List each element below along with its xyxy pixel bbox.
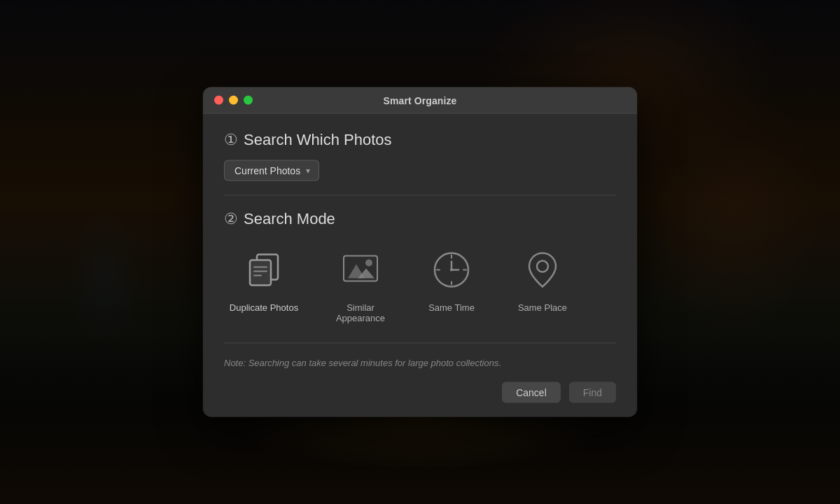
mode-same-time[interactable]: Same Time xyxy=(406,239,497,329)
mode-same-place-label: Same Place xyxy=(518,302,567,313)
mode-similar[interactable]: Similar Appearance xyxy=(315,239,406,329)
svg-point-17 xyxy=(537,261,548,272)
section1-title: ① Search Which Photos xyxy=(224,131,616,149)
clock-icon xyxy=(426,245,477,295)
traffic-lights xyxy=(214,96,253,105)
cancel-button[interactable]: Cancel xyxy=(502,382,561,403)
chevron-down-icon: ▾ xyxy=(306,166,310,176)
dialog-title: Smart Organize xyxy=(384,94,457,106)
section2-title: ② Search Mode xyxy=(224,210,616,228)
mode-same-place[interactable]: Same Place xyxy=(497,239,588,329)
divider-2 xyxy=(224,343,616,344)
title-bar: Smart Organize xyxy=(203,88,637,114)
mode-same-time-label: Same Time xyxy=(428,302,475,313)
svg-point-16 xyxy=(450,269,453,272)
section1-number: ① xyxy=(224,131,238,149)
photos-dropdown[interactable]: Current Photos ▾ xyxy=(224,160,319,181)
mode-duplicate[interactable]: Duplicate Photos xyxy=(224,239,315,329)
duplicate-photos-icon xyxy=(239,245,289,295)
mode-grid: Duplicate Photos Similar Appearance xyxy=(224,239,616,329)
mode-duplicate-label: Duplicate Photos xyxy=(230,302,298,313)
location-pin-icon xyxy=(517,245,568,295)
mode-similar-label: Similar Appearance xyxy=(326,302,395,323)
section2-number: ② xyxy=(224,210,238,228)
svg-point-8 xyxy=(365,260,372,267)
dialog-window: Smart Organize ① Search Which Photos Cur… xyxy=(203,88,637,417)
button-row: Cancel Find xyxy=(224,382,616,403)
similar-appearance-icon xyxy=(335,245,386,295)
section2-label: Search Mode xyxy=(244,210,335,228)
maximize-button[interactable] xyxy=(244,96,253,105)
svg-rect-1 xyxy=(250,260,271,286)
dialog-body: ① Search Which Photos Current Photos ▾ ②… xyxy=(203,114,637,417)
close-button[interactable] xyxy=(214,96,223,105)
section1-label: Search Which Photos xyxy=(244,131,392,149)
find-button[interactable]: Find xyxy=(569,382,616,403)
divider-1 xyxy=(224,195,616,196)
note-text: Note: Searching can take several minutes… xyxy=(224,358,616,368)
dropdown-label: Current Photos xyxy=(234,165,300,176)
minimize-button[interactable] xyxy=(229,96,238,105)
